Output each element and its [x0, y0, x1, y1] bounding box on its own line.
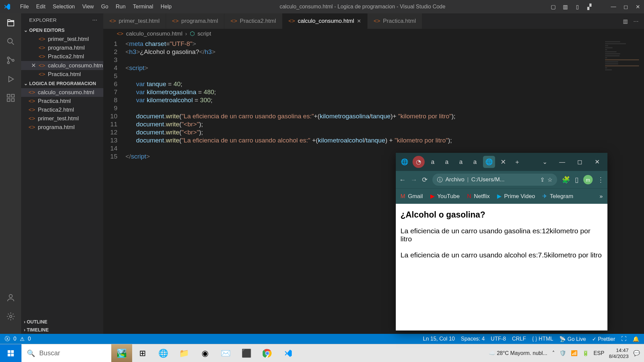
browser-minimize-icon[interactable]: — [554, 159, 570, 166]
tab-close-icon[interactable]: ✕ [357, 18, 361, 24]
panel-toggle-icon[interactable]: ▥ [562, 4, 568, 10]
taskbar-chrome-icon[interactable] [257, 344, 278, 362]
address-bar[interactable]: ⓘ Archivo | C:/Users/M... ⇪ ☆ [432, 174, 557, 186]
taskbar-vscode-icon[interactable] [278, 344, 299, 362]
status-feedback-icon[interactable]: ⛶ [621, 336, 627, 342]
outline-section[interactable]: ›OUTLINE [21, 318, 103, 326]
file-item[interactable]: <>primer_test.html [21, 114, 103, 123]
browser-tab[interactable]: ◔ [413, 156, 425, 168]
tray-lang[interactable]: ESP [594, 350, 604, 356]
browser-tab-close-icon[interactable]: ✕ [497, 156, 509, 168]
status-eol[interactable]: CRLF [512, 336, 526, 342]
file-item[interactable]: <>calculo_consumo.html [21, 88, 103, 97]
browser-dropdown-icon[interactable]: ⌄ [537, 158, 552, 166]
file-item[interactable]: <>Practica.html [21, 97, 103, 106]
browser-menu-icon[interactable]: ⋮ [597, 176, 604, 184]
tab-primer_test[interactable]: <>primer_test.html [103, 13, 166, 29]
taskbar-search[interactable]: 🔍 Buscar [21, 344, 111, 362]
bookmark-netflix[interactable]: NNetflix [467, 193, 490, 200]
tray-notifications-icon[interactable]: 💬 [633, 350, 640, 356]
taskbar-app-icon[interactable]: ◉ [195, 344, 215, 362]
run-debug-icon[interactable] [6, 74, 15, 84]
tray-wifi-icon[interactable]: 📶 [571, 350, 578, 356]
share-icon[interactable]: ⇪ [540, 176, 545, 183]
taskbar-taskview-icon[interactable]: ⊞ [132, 344, 153, 362]
layout-toggle-icon[interactable]: ▢ [550, 4, 556, 10]
menu-view[interactable]: View [79, 2, 97, 11]
taskbar-mail-icon[interactable]: ✉️ [215, 344, 236, 362]
folder-section[interactable]: ⌄ LOGICA DE PROGRAMACION [21, 79, 103, 88]
bookmark-gmail[interactable]: MGmail [400, 193, 423, 200]
extensions-icon[interactable] [6, 93, 15, 103]
status-language[interactable]: { } HTML [532, 336, 553, 342]
status-spaces[interactable]: Spaces: 4 [461, 336, 485, 342]
settings-gear-icon[interactable] [6, 312, 15, 321]
start-button[interactable] [0, 344, 21, 362]
menu-terminal[interactable]: Terminal [129, 2, 156, 11]
tab-programa[interactable]: <>programa.html [166, 13, 224, 29]
explorer-more-icon[interactable]: ⋯ [92, 17, 97, 23]
tray-chevron-icon[interactable]: ˄ [552, 350, 555, 356]
editor-more-icon[interactable]: ⋯ [633, 18, 639, 24]
close-icon[interactable]: ✕ [635, 4, 641, 10]
menu-go[interactable]: Go [98, 2, 112, 11]
status-ln-col[interactable]: Ln 15, Col 10 [423, 336, 455, 342]
browser-tab[interactable]: a [455, 156, 467, 168]
menu-file[interactable]: File [17, 2, 32, 11]
tab-calculo_consumo[interactable]: <>calculo_consumo.html✕ [282, 13, 368, 29]
timeline-section[interactable]: ›TIMELINE [21, 326, 103, 334]
menu-edit[interactable]: Edit [33, 2, 49, 11]
extensions-puzzle-icon[interactable]: 🧩 [562, 176, 570, 184]
menu-selection[interactable]: Selection [49, 2, 78, 11]
tray-clock[interactable]: 14:47 8/4/2023 [609, 347, 629, 359]
browser-reload-icon[interactable]: ⟳ [422, 176, 428, 184]
site-info-icon[interactable]: ⓘ [437, 176, 443, 184]
open-editor-item[interactable]: <>Practica.html [21, 70, 103, 79]
tray-security-icon[interactable]: 🛡️ [559, 350, 566, 356]
open-editor-item[interactable]: <>Practica2.html [21, 52, 103, 61]
taskbar-app2-icon[interactable]: ⬛ [236, 344, 257, 362]
source-control-icon[interactable] [6, 56, 15, 65]
status-golive[interactable]: 📡 Go Live [559, 336, 586, 342]
bookmark-primevideo[interactable]: ▶Prime Video [497, 193, 535, 200]
tab-practica[interactable]: <>Practica.html [368, 13, 422, 29]
search-icon[interactable] [6, 37, 15, 46]
star-icon[interactable]: ☆ [547, 176, 552, 183]
browser-tab[interactable]: a [427, 156, 439, 168]
tab-practica2[interactable]: <>Practica2.html [224, 13, 282, 29]
taskbar-cortana-icon[interactable]: 🏞️ [111, 344, 132, 362]
browser-new-tab-icon[interactable]: ＋ [511, 156, 523, 168]
profile-avatar[interactable]: m [583, 175, 593, 184]
sidebar-toggle-icon[interactable]: ▯ [574, 4, 580, 10]
open-editor-item[interactable]: <>programa.html [21, 44, 103, 52]
customize-layout-icon[interactable]: ▞ [586, 4, 592, 10]
browser-close-icon[interactable]: ✕ [589, 158, 605, 166]
bookmark-youtube[interactable]: ▶YouTube [430, 193, 460, 200]
minimize-icon[interactable]: — [610, 4, 616, 10]
taskbar-edge-icon[interactable]: 🌐 [153, 344, 174, 362]
browser-tab[interactable]: 🌐 [398, 156, 411, 168]
browser-tab[interactable]: a [469, 156, 481, 168]
browser-forward-icon[interactable]: → [411, 176, 417, 184]
browser-back-icon[interactable]: ← [399, 176, 406, 184]
status-prettier[interactable]: ✓ Prettier [592, 336, 615, 342]
status-encoding[interactable]: UTF-8 [491, 336, 506, 342]
open-editor-item[interactable]: <>primer_test.html [21, 35, 103, 44]
status-warnings-icon[interactable]: ⚠ [20, 336, 24, 342]
bookmarks-overflow-icon[interactable]: » [600, 193, 603, 200]
close-editor-icon[interactable]: ✕ [31, 62, 36, 69]
menu-run[interactable]: Run [112, 2, 129, 11]
open-editors-section[interactable]: ⌄ OPEN EDITORS [21, 25, 103, 35]
taskbar-explorer-icon[interactable]: 📁 [174, 344, 195, 362]
bookmark-telegram[interactable]: ✈Telegram [542, 193, 573, 200]
status-errors-icon[interactable]: ⓧ [5, 336, 10, 343]
browser-maximize-icon[interactable]: ◻ [572, 158, 587, 166]
browser-tab[interactable]: a [441, 156, 453, 168]
menu-help[interactable]: Help [157, 2, 175, 11]
maximize-icon[interactable]: ◻ [623, 4, 629, 10]
status-bell-icon[interactable]: 🔔 [633, 336, 639, 342]
sidepanel-icon[interactable]: ▯ [575, 176, 579, 184]
minimap[interactable] [604, 39, 644, 120]
browser-tab-active[interactable]: 🌐 [483, 156, 495, 168]
explorer-icon[interactable] [6, 18, 15, 27]
